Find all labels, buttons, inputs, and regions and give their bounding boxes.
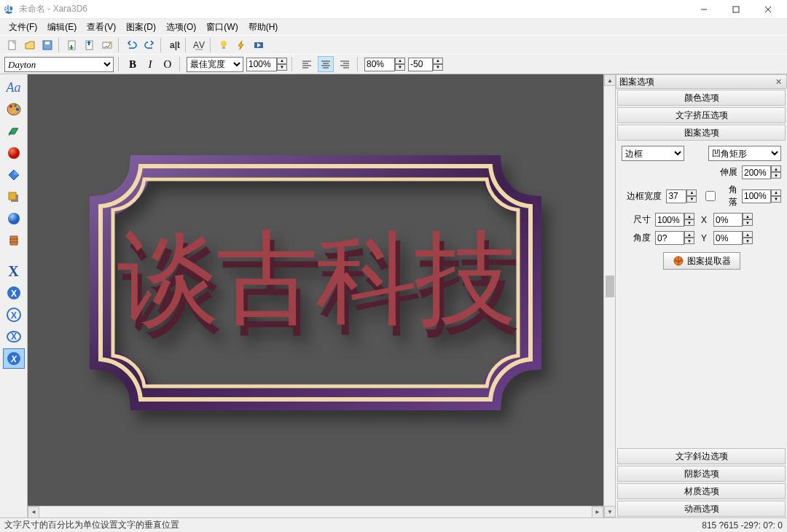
svg-rect-6 <box>9 41 15 50</box>
align-center-button[interactable] <box>318 56 334 72</box>
svg-rect-38 <box>9 192 16 200</box>
menu-window[interactable]: 窗口(W) <box>202 20 242 35</box>
text-tool-button[interactable]: a|b <box>166 37 182 53</box>
size-spinner[interactable]: ▲▼ <box>655 213 694 227</box>
corner-checkbox[interactable] <box>705 191 716 201</box>
svg-text:X: X <box>10 289 16 299</box>
zoom-down[interactable]: ▼ <box>277 64 287 71</box>
zoom-input[interactable] <box>246 58 277 71</box>
vscroll-down-icon[interactable]: ▼ <box>604 506 616 517</box>
left-toolbar: Aa X X X X X <box>0 74 28 517</box>
lightning-button[interactable] <box>233 37 249 53</box>
export-button[interactable] <box>82 37 98 53</box>
angle-label: 角度 <box>622 232 651 244</box>
color-palette-button[interactable] <box>3 99 25 120</box>
new-file-button[interactable] <box>4 37 20 53</box>
svg-point-16 <box>221 41 227 47</box>
menu-view[interactable]: 查看(V) <box>82 20 120 35</box>
zoom-spinner[interactable]: ▲▼ <box>246 58 287 71</box>
border-type-select[interactable]: 边框 <box>622 146 684 161</box>
kerning-button[interactable]: AV <box>191 37 207 53</box>
outline-button[interactable]: O <box>160 57 175 71</box>
horizontal-scrollbar[interactable]: ◄ ► <box>28 506 603 517</box>
style1-button[interactable]: X <box>3 261 25 281</box>
shape-type-select[interactable]: 凹角矩形 <box>708 146 781 161</box>
panel-close-button[interactable]: ✕ <box>773 77 783 87</box>
style3-button[interactable]: X <box>3 305 25 325</box>
hscroll-right-icon[interactable]: ► <box>592 506 603 518</box>
vscroll-up-icon[interactable]: ▲ <box>604 74 616 86</box>
menu-help[interactable]: 帮助(H) <box>244 20 283 35</box>
menu-edit[interactable]: 编辑(E) <box>43 20 81 35</box>
main-toolbar: a|b AV <box>0 35 787 54</box>
close-button[interactable] <box>752 0 784 19</box>
svg-point-12 <box>109 42 111 44</box>
corner-spinner[interactable]: ▲▼ <box>742 189 781 203</box>
panel-header: 图案选项 ✕ <box>616 74 787 89</box>
window-title: 未命名 - Xara3D6 <box>19 3 87 15</box>
align-left-button[interactable] <box>299 56 315 72</box>
y-spinner[interactable]: ▲▼ <box>713 231 753 245</box>
acc-color-button[interactable]: 颜色选项 <box>617 90 786 106</box>
acc-anim-button[interactable]: 动画选项 <box>617 501 786 517</box>
canvas-3d-view[interactable]: 谈古科技 谈古科技 <box>28 74 603 506</box>
aspect-spinner[interactable]: ▲▼ <box>364 58 405 71</box>
material-button[interactable] <box>3 208 25 229</box>
menu-design[interactable]: 图案(D) <box>122 20 160 35</box>
style5-button[interactable]: X <box>3 348 25 369</box>
stretch-label: 伸展 <box>720 166 737 179</box>
vertical-scrollbar[interactable]: ▲ ▼ <box>603 74 615 517</box>
italic-button[interactable]: I <box>143 57 157 71</box>
extract-pattern-button[interactable]: 图案提取器 <box>663 252 740 270</box>
style4-button[interactable]: X <box>3 326 25 347</box>
import-button[interactable] <box>64 37 80 53</box>
animation-button[interactable] <box>3 230 25 251</box>
extrude-button[interactable] <box>3 121 25 141</box>
aspect-input[interactable] <box>364 58 395 71</box>
menu-options[interactable]: 选项(O) <box>162 20 200 35</box>
angle-spinner[interactable]: ▲▼ <box>655 231 694 245</box>
save-button[interactable] <box>39 37 55 53</box>
maximize-button[interactable] <box>720 0 752 19</box>
menu-file[interactable]: 文件(F) <box>4 20 42 35</box>
acc-shadow-button[interactable]: 阴影选项 <box>617 466 786 482</box>
titlebar: 3D 未命名 - Xara3D6 <box>0 0 787 19</box>
baseline-spinner[interactable]: ▲▼ <box>408 58 443 71</box>
svg-text:X: X <box>10 332 16 342</box>
open-file-button[interactable] <box>22 37 38 53</box>
export-anim-button[interactable] <box>99 37 115 53</box>
align-right-button[interactable] <box>337 56 353 72</box>
shadow-button[interactable] <box>3 187 25 207</box>
lightbulb-button[interactable] <box>216 37 232 53</box>
baseline-input[interactable] <box>408 58 433 71</box>
svg-point-35 <box>12 110 15 113</box>
acc-material-button[interactable]: 材质选项 <box>617 483 786 499</box>
bold-button[interactable]: B <box>125 57 140 71</box>
redo-button[interactable] <box>141 37 157 53</box>
width-mode-select[interactable]: 最佳宽度 <box>187 57 243 72</box>
style2-button[interactable]: X <box>3 283 25 303</box>
minimize-button[interactable] <box>688 0 720 19</box>
hscroll-left-icon[interactable]: ◄ <box>28 506 39 518</box>
size-label: 尺寸 <box>622 214 651 226</box>
text-options-button[interactable]: Aa <box>3 77 25 98</box>
statusbar: 文字尺寸的百分比为单位设置文字的垂直位置 815 ?615 -29?: 0?: … <box>0 517 787 532</box>
acc-design-button[interactable]: 图案选项 <box>617 125 786 141</box>
sphere-button[interactable] <box>3 143 25 163</box>
border-width-spinner[interactable]: ▲▼ <box>666 189 697 203</box>
undo-button[interactable] <box>124 37 140 53</box>
play-button[interactable] <box>251 37 267 53</box>
canvas-text: 谈古科技 <box>117 222 514 335</box>
vscroll-thumb[interactable] <box>606 275 614 297</box>
x-spinner[interactable]: ▲▼ <box>713 213 753 227</box>
acc-bevel-button[interactable]: 文字斜边选项 <box>617 448 786 464</box>
zoom-up[interactable]: ▲ <box>277 58 287 64</box>
svg-point-34 <box>16 108 19 111</box>
svg-text:V: V <box>199 40 205 50</box>
status-right: 815 ?615 -29?: 0?: 0 <box>702 520 783 531</box>
acc-extrude-button[interactable]: 文字挤压选项 <box>617 107 786 123</box>
font-select[interactable]: Dayton <box>4 57 114 72</box>
stretch-spinner[interactable]: ▲▼ <box>742 165 781 179</box>
bevel-button[interactable] <box>3 165 25 185</box>
panel-title: 图案选项 <box>619 76 654 88</box>
